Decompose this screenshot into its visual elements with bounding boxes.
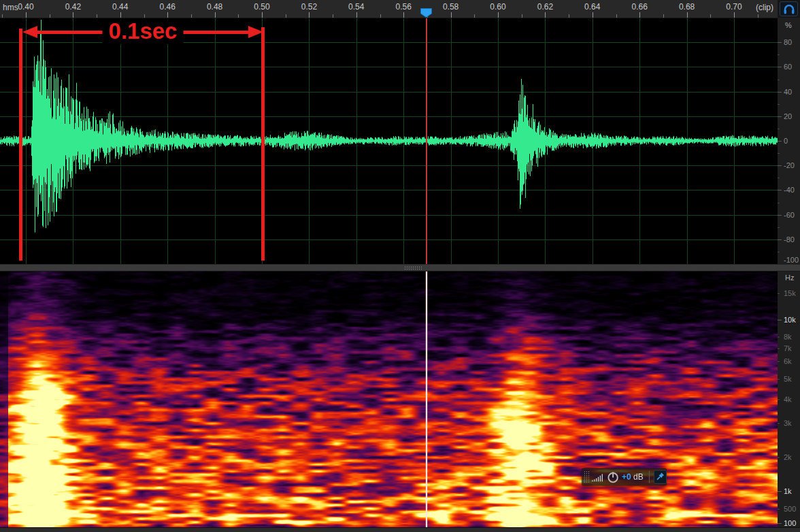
amplitude-minor-tick — [778, 252, 780, 252]
frequency-tick-label: 1k — [784, 487, 792, 495]
gain-readout: +0 dB — [622, 472, 644, 482]
amplitude-tick — [778, 215, 782, 216]
ruler-major-tick — [309, 12, 310, 18]
annotation-line-start — [19, 29, 22, 261]
hud-grip-handle[interactable] — [584, 471, 590, 483]
ruler-major-tick — [687, 12, 688, 18]
ruler-tick-label: 0.58 — [436, 2, 466, 12]
amplitude-tick — [778, 116, 782, 117]
waveform-canvas[interactable] — [0, 18, 778, 264]
bottom-strip — [0, 527, 800, 532]
frequency-tick-label: 500 — [784, 505, 796, 513]
frequency-tick — [778, 457, 780, 458]
gain-unit: dB — [633, 472, 644, 482]
ruler-major-tick — [73, 12, 73, 18]
amplitude-tick — [778, 42, 782, 43]
volume-hud[interactable]: +0 dB — [582, 468, 667, 486]
amplitude-tick-label: -80 — [784, 235, 795, 244]
ruler-minor-tick — [569, 14, 569, 18]
spectrogram-canvas[interactable] — [0, 270, 778, 527]
frequency-unit-label: Hz — [785, 273, 794, 282]
ruler-major-tick — [545, 12, 546, 18]
annotation-arrowhead-left — [22, 26, 37, 38]
ruler-tick-label: 0.44 — [105, 2, 135, 12]
ruler-tick-label: 0.70 — [719, 2, 749, 12]
annotation-label: 0.1sec — [103, 18, 184, 44]
hud-pin-button[interactable] — [654, 470, 667, 484]
frequency-tick-label: 10k — [784, 316, 796, 324]
ruler-major-tick — [451, 12, 452, 18]
ruler-minor-tick — [333, 14, 333, 18]
divider-grip-handle[interactable] — [404, 266, 422, 269]
frequency-tick-label: 15k — [784, 289, 796, 297]
pin-icon — [655, 472, 665, 482]
amplitude-minor-tick — [778, 54, 780, 55]
frequency-tick — [778, 509, 780, 510]
ruler-minor-tick — [238, 14, 239, 18]
frequency-tick-label: 2k — [784, 453, 792, 461]
amplitude-tick — [778, 165, 782, 166]
frequency-tick-label: 3k — [784, 419, 792, 427]
ruler-minor-tick — [616, 14, 617, 18]
ruler-minor-tick — [710, 14, 711, 18]
ruler-minor-tick — [191, 14, 192, 18]
ruler-minor-tick — [522, 14, 522, 18]
ruler-minor-tick — [380, 14, 381, 18]
frequency-tick — [778, 423, 780, 424]
amplitude-tick-label: 40 — [784, 88, 792, 96]
frequency-tick-label: 8k — [784, 333, 792, 341]
ruler-tick-label: 0.50 — [247, 2, 277, 12]
ruler-major-tick — [734, 12, 735, 18]
ruler-tick-label: 0.56 — [388, 2, 418, 12]
ruler-tick-label: 0.66 — [624, 2, 654, 12]
ruler-major-tick — [215, 12, 216, 18]
amplitude-tick — [778, 67, 782, 67]
frequency-tick — [778, 337, 780, 337]
frequency-tick — [778, 523, 782, 524]
ruler-tick-label: 0.46 — [152, 2, 182, 12]
frequency-tick-label: 4k — [784, 395, 792, 403]
amplitude-tick-label: -100 — [784, 256, 799, 264]
waveform-panel[interactable]: 0.1sec — [0, 18, 778, 264]
ruler-minor-tick — [286, 14, 286, 18]
amplitude-tick — [778, 239, 782, 240]
frequency-tick-label: 5k — [784, 375, 792, 383]
ruler-major-tick — [26, 12, 27, 18]
ruler-major-tick — [262, 12, 263, 18]
amplitude-minor-tick — [778, 203, 780, 203]
frequency-tick — [778, 399, 780, 400]
ruler-major-tick — [120, 12, 121, 18]
level-meter-icon — [591, 472, 604, 482]
headphones-icon — [783, 3, 795, 14]
amplitude-tick — [778, 190, 782, 190]
frequency-tick — [778, 293, 780, 294]
amplitude-minor-tick — [778, 104, 780, 105]
amplitude-tick-label: 60 — [784, 63, 792, 71]
ruler-minor-tick — [144, 14, 145, 18]
gain-value[interactable]: +0 — [622, 472, 631, 482]
ruler-tick-label: 0.48 — [200, 2, 230, 12]
ruler-minor-tick — [758, 14, 759, 18]
ruler-tick-label: 0.64 — [578, 2, 607, 12]
timeline-ruler[interactable]: hms 0.400.420.440.460.480.500.520.540.56… — [0, 0, 778, 18]
panel-divider[interactable] — [0, 264, 800, 271]
ruler-minor-tick — [2, 14, 3, 18]
amplitude-tick — [778, 92, 782, 93]
amplitude-minor-tick — [778, 80, 780, 80]
annotation-arrowhead-right — [248, 26, 263, 38]
amplitude-tick-label: -40 — [784, 186, 795, 194]
gain-knob-icon[interactable] — [607, 471, 619, 484]
frequency-tick — [778, 348, 780, 349]
playhead-line-spectrogram — [426, 266, 427, 527]
amplitude-scale: % 806040200-20-40-60-80-100 — [778, 18, 800, 264]
spectrogram-panel[interactable] — [0, 270, 778, 527]
amplitude-unit-label: % — [785, 21, 792, 29]
ruler-clip-label: (clip) — [756, 3, 773, 12]
ruler-tick-label: 0.54 — [341, 2, 371, 12]
playhead-marker[interactable] — [420, 7, 433, 18]
headphones-monitor-button[interactable] — [780, 1, 798, 16]
frequency-tick-label: 100 — [784, 519, 796, 527]
ruler-major-tick — [167, 12, 168, 18]
amplitude-tick-label: 0 — [784, 137, 788, 145]
annotation-line-end — [261, 27, 265, 261]
